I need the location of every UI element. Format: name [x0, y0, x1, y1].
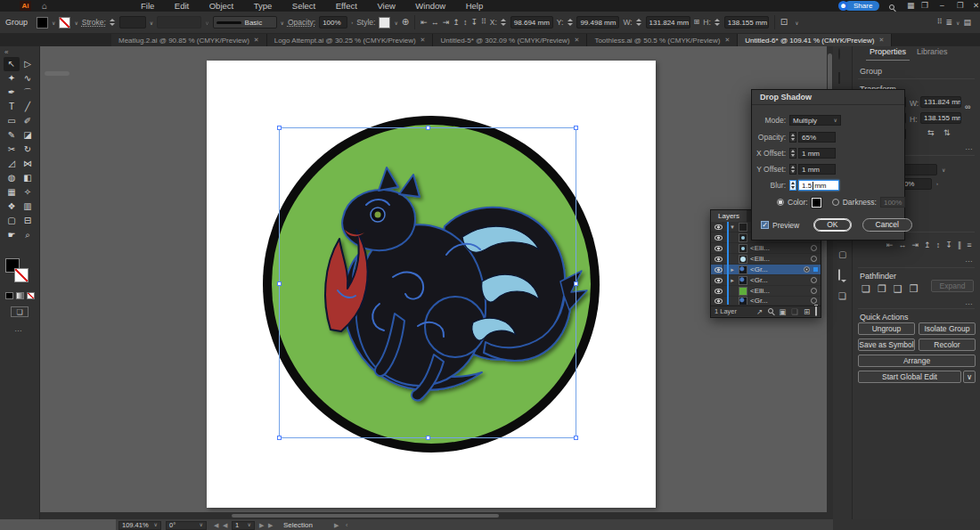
line-segment-tool[interactable]: ╱ — [20, 100, 36, 114]
x-field[interactable]: 98.694 mm — [510, 16, 553, 29]
layer-thumbnail[interactable] — [739, 244, 747, 253]
clipping-mask-icon[interactable]: ▣ — [779, 307, 786, 316]
target-circle[interactable] — [811, 245, 817, 251]
stroke-color-swatch[interactable] — [14, 268, 29, 282]
panel-options-icon[interactable]: ▤ — [963, 16, 971, 29]
blur-stepper[interactable] — [789, 180, 796, 191]
expand-chevron-icon[interactable]: ▾ — [729, 224, 736, 231]
flip-horizontal-icon[interactable]: ⇆ — [927, 128, 935, 137]
transform-more-icon[interactable]: … — [965, 143, 974, 151]
new-sublayer-icon[interactable]: ❏ — [791, 307, 798, 316]
target-circle[interactable] — [811, 277, 817, 283]
menu-file[interactable]: File — [132, 0, 163, 12]
stroke-chevron-icon[interactable]: ∨ — [74, 20, 78, 26]
export-layer-icon[interactable]: ↗ — [756, 307, 763, 316]
artboards-panel-icon[interactable]: ▢ — [838, 249, 846, 259]
asset-export-panel-icon[interactable]: ❏ — [838, 291, 846, 301]
appearance-opacity-more-icon[interactable]: › — [936, 181, 938, 186]
pathfinder-exclude-icon[interactable]: ❒ — [910, 283, 919, 295]
preview-checkbox[interactable]: ✓ — [761, 221, 769, 229]
comments-panel-icon[interactable] — [838, 270, 840, 280]
app-logo-icon[interactable]: Ai — [20, 1, 31, 11]
opacity-stepper[interactable] — [789, 132, 796, 143]
width-tool[interactable]: ⋈ — [20, 157, 36, 171]
align-bottom-icon[interactable]: ↧ — [945, 241, 952, 249]
close-icon[interactable]: ✕ — [254, 37, 259, 44]
slice-tool[interactable]: ⊟ — [20, 214, 36, 228]
zoom-tool[interactable]: ⌕ — [20, 228, 36, 242]
layer-thumbnail[interactable] — [739, 276, 747, 285]
paintbrush-tool[interactable]: ✐ — [20, 114, 36, 128]
close-button[interactable]: ✕ — [973, 0, 979, 12]
menu-effect[interactable]: Effect — [327, 0, 366, 12]
rotate-tool[interactable]: ↻ — [20, 143, 36, 157]
align-center-icon[interactable]: ↔ — [431, 18, 439, 27]
target-circle[interactable] — [811, 298, 817, 304]
expand-button[interactable]: Expand — [931, 280, 974, 292]
draw-mode-button[interactable]: ❏ — [11, 306, 29, 317]
eraser-tool[interactable]: ◪ — [20, 128, 36, 143]
layer-name[interactable]: <Gr... — [750, 265, 804, 273]
opacity-more-icon[interactable]: › — [351, 20, 353, 25]
canvas-area[interactable] — [40, 46, 827, 519]
align-middle-icon[interactable]: ↕ — [936, 241, 941, 249]
target-circle-selected[interactable] — [804, 266, 810, 273]
opacity-field[interactable]: 100% — [319, 16, 347, 29]
y-stepper[interactable] — [567, 17, 573, 29]
eyedropper-tool[interactable]: ✧ — [20, 185, 36, 200]
recolor-button[interactable]: Recolor — [919, 338, 976, 351]
layer-row-green-ellipse[interactable]: <Elli... — [711, 286, 821, 297]
collapse-toolbar-icon[interactable]: « — [4, 48, 8, 56]
fill-chevron-icon[interactable]: ∨ — [52, 20, 55, 26]
dialog-title[interactable]: Drop Shadow — [752, 90, 904, 105]
last-artboard-icon[interactable]: ▶ — [268, 520, 273, 530]
align-left-icon[interactable]: ⇤ — [886, 241, 894, 249]
prev-artboard-icon[interactable]: ◀ — [223, 520, 227, 530]
visibility-eye-icon[interactable] — [711, 222, 723, 232]
doc-tab-untitled-6-active[interactable]: Untitled-6* @ 109.41 % (CMYK/Preview) ✕ — [738, 34, 892, 46]
color-panel-icon[interactable] — [838, 49, 840, 59]
align-right-icon[interactable]: ⇥ — [912, 241, 919, 249]
menu-window[interactable]: Window — [406, 0, 454, 12]
appearance-stroke-chevron-icon[interactable]: ∨ — [942, 167, 945, 173]
layer-row-partial[interactable]: <Gr... — [711, 297, 821, 306]
align-left-icon[interactable]: ⇤ — [421, 18, 428, 27]
layer-name[interactable]: <Gr... — [750, 276, 811, 284]
blend-tool[interactable]: ❖ — [4, 200, 20, 214]
new-layer-icon[interactable]: ⊞ — [804, 307, 810, 316]
align-more-icon[interactable]: … — [965, 255, 974, 264]
curvature-tool[interactable]: ⌒ — [20, 86, 36, 100]
shadow-color-swatch[interactable] — [812, 198, 821, 208]
close-icon[interactable]: ✕ — [724, 37, 730, 44]
transform-w-field[interactable]: 131.824 mm — [920, 96, 961, 108]
layer-row-group-selected[interactable]: ▸ <Gr... — [711, 265, 821, 275]
account-avatar[interactable]: ☻ — [838, 1, 848, 11]
scale-tool[interactable]: ◿ — [4, 157, 20, 171]
mode-dropdown[interactable]: Multiply ∨ — [789, 115, 841, 126]
brush-chevron-icon[interactable]: ∨ — [281, 20, 284, 26]
workspace-switcher-icon[interactable]: ▦ — [907, 0, 915, 12]
layer-row-ellipse[interactable]: <Elli... — [711, 243, 821, 254]
tab-layers[interactable]: Layers — [711, 210, 747, 222]
doc-tab-meatlug[interactable]: Meatlug.2.ai @ 90.85 % (CMYK/Preview) ✕ — [111, 34, 267, 46]
selection-handle-middle-right[interactable] — [574, 281, 578, 286]
pathfinder-minus-front-icon[interactable]: ❐ — [878, 283, 886, 295]
layer-thumbnail[interactable] — [739, 233, 747, 242]
visibility-eye-icon[interactable] — [711, 254, 723, 265]
doc-tab-logo-attempt[interactable]: Logo Attempt.ai @ 30.25 % (CMYK/Preview)… — [267, 34, 434, 46]
rotation-dropdown[interactable]: 0° ∨ — [166, 521, 207, 530]
style-chevron-icon[interactable]: ∨ — [394, 20, 397, 26]
brush-definition-dropdown[interactable]: Basic — [213, 16, 277, 29]
zoom-level-dropdown[interactable]: 109.41% ∨ — [118, 521, 161, 530]
layer-name[interactable]: <Elli... — [750, 255, 811, 263]
layer-thumbnail[interactable] — [739, 265, 747, 274]
constrain-proportions-icon[interactable]: ⊞ — [694, 16, 700, 29]
y-offset-field[interactable]: 1 mm — [798, 164, 836, 175]
restore-button[interactable]: ❐ — [957, 0, 964, 12]
document-setup-globe-icon[interactable]: ⊕ — [402, 16, 409, 29]
pathfinder-intersect-icon[interactable]: ❑ — [894, 283, 902, 295]
rectangle-tool[interactable]: ▭ — [4, 114, 20, 128]
constrain-link-icon[interactable]: ∞ — [965, 102, 970, 111]
delete-layer-icon[interactable] — [815, 307, 817, 315]
gradient-button[interactable] — [16, 292, 24, 299]
